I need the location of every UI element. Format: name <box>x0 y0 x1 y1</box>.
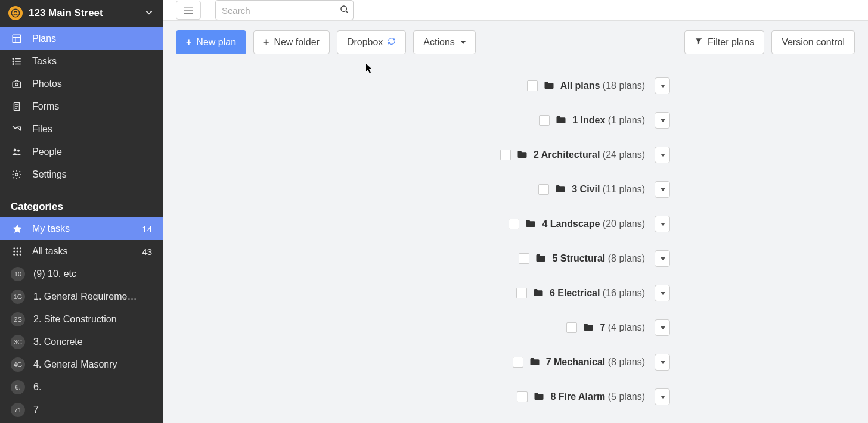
filter-plans-label: Filter plans <box>708 37 754 48</box>
folder-checkbox[interactable] <box>566 322 577 333</box>
folder-checkbox[interactable] <box>513 357 523 368</box>
folder-text: 7 (4 plans) <box>600 322 645 333</box>
category-item-my-tasks[interactable]: My tasks14 <box>0 217 163 240</box>
files-icon <box>11 124 23 135</box>
category-item-c6[interactable]: 6.6. <box>0 376 163 399</box>
svg-point-24 <box>20 251 21 253</box>
project-switcher[interactable]: 123 Main Street <box>0 0 163 26</box>
folder-checkbox[interactable] <box>500 150 511 160</box>
caret-down-icon <box>661 154 665 157</box>
folder-row[interactable]: 6 Electrical (16 plans) <box>516 276 855 310</box>
nav-item-forms[interactable]: Forms <box>0 95 163 118</box>
svg-point-9 <box>13 64 14 65</box>
nav-item-files[interactable]: Files <box>0 118 163 141</box>
caret-down-icon <box>661 361 665 364</box>
folder-text: 5 Structural (8 plans) <box>552 253 645 264</box>
folder-dropdown-button[interactable] <box>655 112 670 129</box>
folder-checkbox[interactable] <box>527 80 538 91</box>
actions-button[interactable]: Actions <box>413 30 475 54</box>
folder-checkbox[interactable] <box>539 115 550 126</box>
category-item-c71[interactable]: 717 <box>0 399 163 421</box>
folder-count: (8 plans) <box>608 357 645 367</box>
svg-point-25 <box>13 254 15 256</box>
folder-name: 7 <box>600 322 605 332</box>
category-count: 43 <box>142 247 152 257</box>
svg-point-20 <box>17 247 18 249</box>
caret-down-icon <box>661 119 665 122</box>
folder-dropdown-button[interactable] <box>655 285 670 301</box>
folder-icon <box>517 150 528 161</box>
folder-name: 2 Architectural <box>534 150 600 160</box>
folder-checkbox[interactable] <box>519 253 529 264</box>
folder-row[interactable]: 5 Structural (8 plans) <box>519 241 855 276</box>
folder-dropdown-button[interactable] <box>655 354 670 371</box>
category-label: 1. General Requireme… <box>33 291 152 302</box>
folder-icon <box>533 288 544 299</box>
caret-down-icon <box>661 223 665 226</box>
folder-row[interactable]: All plans (18 plans) <box>527 69 855 103</box>
svg-point-21 <box>20 247 21 249</box>
folder-icon <box>525 219 536 230</box>
folder-dropdown-button[interactable] <box>655 250 670 267</box>
folder-dropdown-button[interactable] <box>655 77 670 94</box>
category-item-c3c[interactable]: 3C3. Concrete <box>0 331 163 353</box>
svg-point-17 <box>17 150 20 152</box>
folder-row[interactable]: 3 Civil (11 plans) <box>538 172 855 207</box>
category-item-c10[interactable]: 10(9) 10. etc <box>0 263 163 285</box>
menu-button[interactable] <box>176 1 201 20</box>
filter-plans-button[interactable]: Filter plans <box>684 30 764 54</box>
category-item-c2s[interactable]: 2S2. Site Construction <box>0 308 163 331</box>
nav-label: Settings <box>32 169 67 180</box>
folder-count: (16 plans) <box>603 288 645 298</box>
folder-checkbox[interactable] <box>509 219 519 229</box>
dropbox-label: Dropbox <box>347 37 383 48</box>
project-header-left: 123 Main Street <box>8 6 103 20</box>
folder-dropdown-button[interactable] <box>655 216 670 232</box>
folder-row[interactable]: 7 (4 plans) <box>566 310 855 345</box>
category-badge: 1G <box>11 290 25 304</box>
search-input[interactable] <box>222 5 335 15</box>
version-control-label: Version control <box>782 37 845 48</box>
folder-icon <box>544 80 554 92</box>
search-field[interactable] <box>215 0 354 20</box>
nav-label: Files <box>32 124 52 135</box>
folder-row[interactable]: 1 Index (1 plans) <box>539 103 855 138</box>
nav-item-photos[interactable]: Photos <box>0 73 163 95</box>
filter-icon <box>695 37 703 48</box>
folder-dropdown-button[interactable] <box>655 319 670 336</box>
folder-row[interactable]: 2 Architectural (24 plans) <box>500 138 855 172</box>
svg-point-7 <box>13 58 14 60</box>
folder-dropdown-button[interactable] <box>655 147 670 163</box>
version-control-button[interactable]: Version control <box>771 30 855 54</box>
category-item-c1g[interactable]: 1G1. General Requireme… <box>0 285 163 308</box>
folder-checkbox[interactable] <box>517 391 528 402</box>
folder-icon <box>556 115 566 126</box>
folder-checkbox[interactable] <box>538 184 549 195</box>
nav-label: People <box>32 147 62 157</box>
svg-point-11 <box>16 83 18 86</box>
svg-point-19 <box>13 247 15 249</box>
folder-dropdown-button[interactable] <box>655 181 670 198</box>
nav-item-tasks[interactable]: Tasks <box>0 50 163 73</box>
folder-text: All plans (18 plans) <box>560 80 645 91</box>
svg-rect-1 <box>13 35 21 43</box>
folder-dropdown-button[interactable] <box>655 388 670 405</box>
caret-down-icon <box>661 396 665 399</box>
category-item-all-tasks[interactable]: All tasks43 <box>0 240 163 263</box>
nav-item-people[interactable]: People <box>0 141 163 163</box>
folder-text: 6 Electrical (16 plans) <box>550 288 645 298</box>
dropbox-button[interactable]: Dropbox <box>337 30 406 54</box>
new-folder-button[interactable]: + New folder <box>253 30 330 54</box>
category-item-c4g[interactable]: 4G4. General Masonry <box>0 353 163 376</box>
folder-checkbox[interactable] <box>516 288 527 298</box>
folder-row[interactable]: 4 Landscape (20 plans) <box>509 207 855 241</box>
nav-item-settings[interactable]: Settings <box>0 163 163 186</box>
new-plan-button[interactable]: + New plan <box>176 30 246 54</box>
category-label: 4. General Masonry <box>33 359 152 370</box>
folder-row[interactable]: 8 Fire Alarm (5 plans) <box>517 380 855 414</box>
category-badge: 71 <box>11 403 25 417</box>
nav-item-plans[interactable]: Plans <box>0 27 163 50</box>
folder-name: 1 Index <box>572 115 605 125</box>
folder-row[interactable]: 7 Mechanical (8 plans) <box>513 345 855 380</box>
folder-count: (4 plans) <box>608 322 645 332</box>
